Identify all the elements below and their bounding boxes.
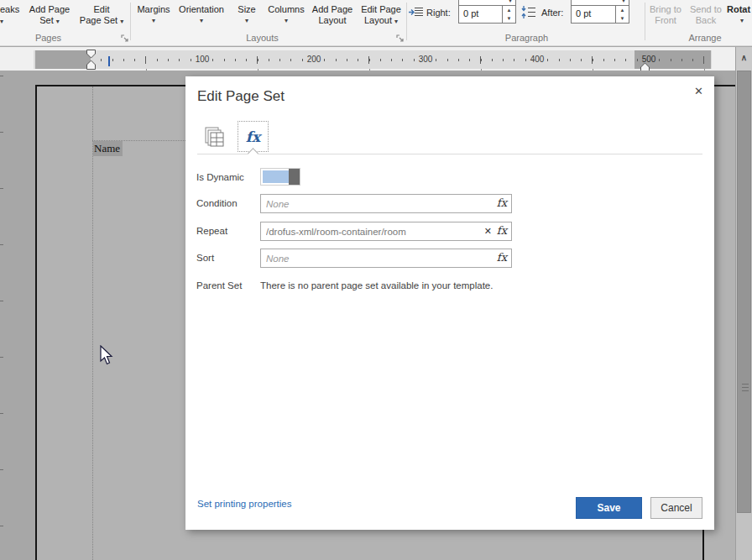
after-spacing-label: After: (541, 8, 563, 18)
spacing-after-icon (521, 6, 536, 18)
sort-label: Sort (196, 249, 214, 267)
close-icon[interactable]: ✕ (694, 85, 703, 97)
right-spacing-value: 0 pt (459, 6, 502, 23)
is-dynamic-label: Is Dynamic (196, 168, 244, 186)
ruler-mark: 300 (417, 50, 435, 69)
edit-page-set-dialog: Edit Page Set ✕ fx Is Dynamic Condition … (185, 76, 714, 530)
mouse-cursor (100, 345, 114, 366)
orientation-button[interactable]: Orientation ▾ (175, 4, 228, 26)
margins-button[interactable]: Margins ▾ (133, 4, 175, 26)
size-button[interactable]: Size ▾ (232, 4, 262, 26)
fx-picker-icon[interactable]: fx (495, 224, 511, 238)
chevron-down-icon: ▾ (264, 15, 309, 26)
breaks-label: eaks (0, 4, 19, 14)
edit-page-set-button[interactable]: Edit Page Set ▾ (77, 4, 126, 27)
group-divider (406, 3, 407, 40)
chevron-down-icon: ▾ (133, 15, 175, 26)
ruler-dots (91, 59, 712, 61)
scroll-up-button[interactable]: ∧ (735, 47, 752, 71)
dialog-title: Edit Page Set (197, 88, 285, 105)
chevron-down-icon: ▾ (727, 15, 752, 26)
repeat-input[interactable] (261, 227, 481, 237)
table-cell-name[interactable]: Name (93, 141, 123, 156)
sort-field: fx (260, 249, 512, 268)
fx-icon: fx (246, 128, 260, 145)
spin-up-icon[interactable]: ▲ (616, 6, 629, 14)
right-spacing-label: Right: (426, 8, 451, 18)
send-to-back-button[interactable]: Send to Back (687, 4, 725, 26)
spin-down-icon[interactable]: ▼ (503, 14, 515, 23)
after-spacing-value: 0 pt (572, 6, 615, 23)
ruler-left-margin (35, 50, 91, 69)
toggle-knob (289, 169, 300, 185)
right-indent-icon (409, 7, 424, 18)
clear-icon[interactable]: ✕ (481, 226, 495, 237)
pages-grid-icon (204, 126, 226, 148)
indent-markers[interactable] (86, 49, 97, 71)
cancel-button[interactable]: Cancel (650, 497, 702, 519)
repeat-label: Repeat (196, 222, 227, 240)
breaks-button[interactable]: eaks ▾ (0, 4, 25, 27)
edit-page-layout-button[interactable]: Edit Page Layout ▾ (358, 4, 405, 27)
layouts-group-label: Layouts (227, 33, 298, 43)
ruler-mark: 100 (194, 50, 212, 69)
paragraph-group-label: Paragraph (491, 33, 562, 43)
group-divider (645, 3, 645, 40)
repeat-field: ✕ fx (260, 222, 512, 241)
rotate-button[interactable]: Rotat ▾ (727, 4, 752, 26)
group-divider (130, 3, 131, 40)
chevron-down-icon: ▾ (0, 18, 3, 25)
columns-button[interactable]: Columns ▾ (264, 4, 309, 26)
add-page-layout-button[interactable]: Add Page Layout (309, 4, 356, 26)
tab-separator (197, 154, 702, 154)
ruler-row: 100 200 300 400 500 (0, 47, 752, 71)
pages-dialog-launcher-icon[interactable] (120, 34, 129, 43)
fx-picker-icon[interactable]: fx (495, 196, 511, 211)
spin-down-icon: ▼ (621, 0, 626, 3)
vertical-scrollbar[interactable] (735, 71, 752, 560)
fx-picker-icon[interactable]: fx (495, 251, 511, 265)
condition-field: fx (260, 194, 512, 213)
parent-set-label: Parent Set (196, 276, 242, 295)
table-column-guide (92, 86, 93, 560)
tab-page-layout[interactable] (199, 121, 230, 152)
sort-input[interactable] (261, 254, 495, 264)
bring-to-front-button[interactable]: Bring to Front (646, 4, 685, 26)
cursor-position-marker (108, 56, 110, 66)
condition-label: Condition (196, 194, 238, 212)
chevron-down-icon: ▾ (175, 15, 228, 26)
save-button[interactable]: Save (576, 497, 642, 519)
layouts-dialog-launcher-icon[interactable] (395, 34, 405, 43)
arrange-group-label: Arrange (671, 33, 739, 43)
is-dynamic-toggle[interactable] (260, 168, 300, 186)
after-spacing-input[interactable]: 0 pt ▲ ▼ (571, 5, 629, 24)
spin-down-icon: ▼ (508, 0, 513, 3)
ruler-mark: 400 (529, 50, 546, 69)
set-printing-properties-link[interactable]: Set printing properties (197, 499, 292, 509)
pages-group-label: Pages (13, 33, 84, 43)
vertical-ruler-ticks (0, 76, 3, 560)
condition-input[interactable] (261, 199, 495, 209)
add-page-set-button[interactable]: Add Page Set ▾ (25, 4, 74, 27)
chevron-up-icon: ∧ (741, 53, 747, 62)
spin-up-icon[interactable]: ▲ (503, 6, 515, 14)
horizontal-ruler[interactable]: 100 200 300 400 500 (34, 50, 712, 69)
scrollbar-thumb[interactable] (737, 71, 751, 513)
ribbon: eaks ▾ Add Page Set ▾ Edit Page Set ▾ Pa… (0, 0, 752, 46)
chevron-down-icon: ▾ (232, 15, 262, 26)
chevron-down-icon: ▾ (56, 18, 60, 25)
page-right-border (702, 530, 704, 560)
chevron-down-icon: ▾ (394, 18, 398, 25)
ruler-mark: 200 (306, 50, 323, 69)
parent-set-text: There is no parent page set available in… (260, 276, 493, 295)
chevron-down-icon: ▾ (120, 18, 123, 25)
spin-down-icon[interactable]: ▼ (616, 14, 629, 23)
right-spacing-input[interactable]: 0 pt ▲ ▼ (458, 5, 516, 24)
